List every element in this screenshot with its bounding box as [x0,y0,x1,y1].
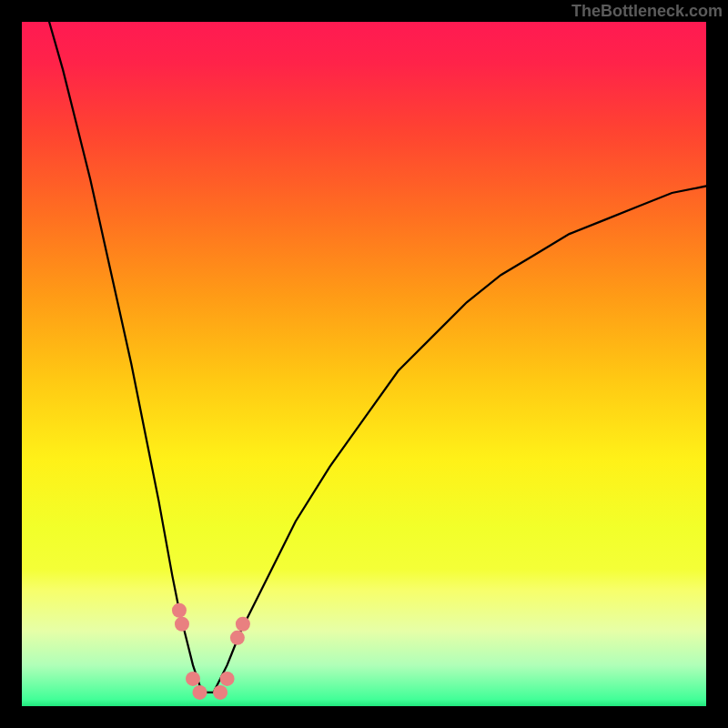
plot-area [22,22,706,706]
gradient-rect [22,22,706,706]
frame: TheBottleneck.com [0,0,728,728]
attribution-text: TheBottleneck.com [571,2,723,21]
gradient-background [22,22,706,706]
